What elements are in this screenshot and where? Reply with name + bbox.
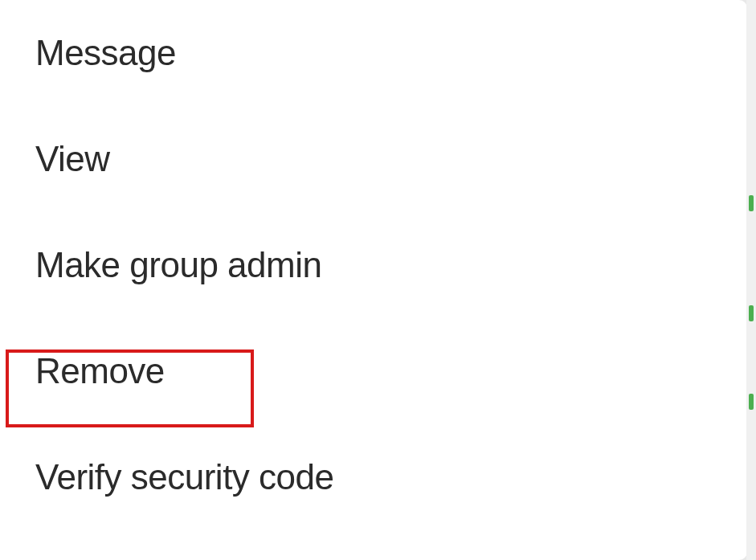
menu-item-verify-security-code[interactable]: Verify security code bbox=[0, 424, 747, 530]
menu-item-message[interactable]: Message bbox=[0, 0, 747, 106]
menu-item-make-group-admin[interactable]: Make group admin bbox=[0, 212, 747, 318]
status-indicator-icon bbox=[749, 195, 754, 211]
context-menu-panel: Message View Make group admin Remove Ver… bbox=[0, 0, 747, 560]
status-indicator-icon bbox=[749, 305, 754, 321]
menu-item-view[interactable]: View bbox=[0, 106, 747, 212]
menu-item-label: Verify security code bbox=[0, 457, 334, 497]
menu-item-label: Message bbox=[0, 33, 176, 73]
background-sliver bbox=[746, 0, 756, 560]
menu-item-label: Make group admin bbox=[0, 245, 321, 285]
status-indicator-icon bbox=[749, 394, 754, 410]
menu-item-label: Remove bbox=[0, 351, 165, 391]
menu-item-label: View bbox=[0, 139, 110, 179]
menu-item-remove[interactable]: Remove bbox=[0, 318, 747, 424]
